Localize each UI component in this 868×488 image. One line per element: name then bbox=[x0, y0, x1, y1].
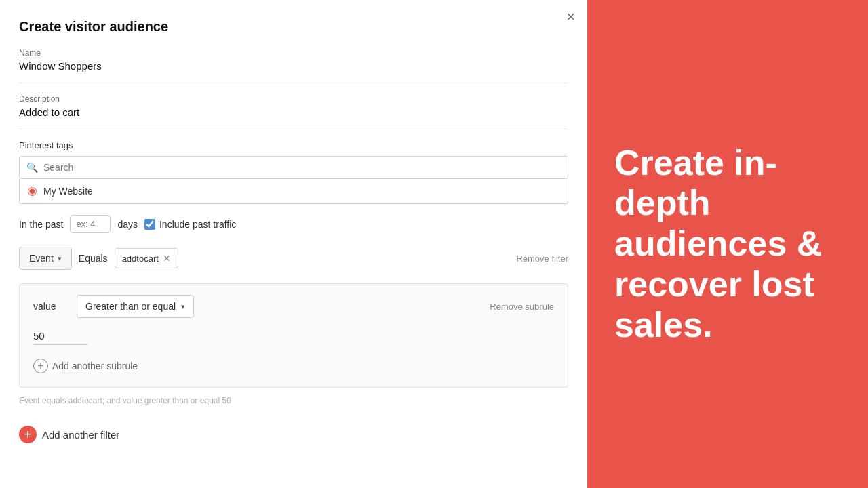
tag-option-label: My Website bbox=[43, 186, 93, 197]
tag-chip-remove-icon[interactable]: ✕ bbox=[163, 253, 171, 264]
search-icon: 🔍 bbox=[26, 162, 38, 173]
tag-chip: addtocart ✕ bbox=[115, 248, 178, 268]
include-past-label[interactable]: Include past traffic bbox=[144, 219, 236, 230]
pinterest-tags-label: Pinterest tags bbox=[19, 140, 568, 150]
remove-filter-button[interactable]: Remove filter bbox=[516, 253, 568, 264]
subrule-value-input[interactable] bbox=[33, 327, 87, 345]
chevron-down-icon: ▾ bbox=[58, 254, 62, 263]
condition-label: Greater than or equal bbox=[85, 301, 176, 312]
days-suffix: days bbox=[117, 219, 138, 230]
tag-option-my-website[interactable]: My Website bbox=[20, 179, 568, 203]
condition-dropdown[interactable]: Greater than or equal ▾ bbox=[77, 295, 194, 318]
name-field-block: Name Window Shoppers bbox=[19, 48, 568, 72]
add-subrule-button[interactable]: + Add another subrule bbox=[33, 359, 138, 373]
remove-subrule-button[interactable]: Remove subrule bbox=[490, 302, 554, 312]
name-value: Window Shoppers bbox=[19, 60, 568, 72]
filter-row: Event ▾ Equals addtocart ✕ Remove filter bbox=[19, 247, 568, 270]
condition-chevron-icon: ▾ bbox=[181, 302, 185, 311]
add-filter-label: Add another filter bbox=[42, 429, 119, 441]
add-subrule-label: Add another subrule bbox=[52, 361, 138, 371]
modal-panel: × Create visitor audience Name Window Sh… bbox=[0, 0, 587, 488]
include-past-checkbox[interactable] bbox=[144, 219, 155, 230]
close-button[interactable]: × bbox=[566, 9, 575, 24]
summary-text: Event equals addtocart; and value greate… bbox=[19, 396, 568, 405]
add-subrule-icon: + bbox=[33, 359, 48, 373]
tag-search-box: 🔍 bbox=[19, 156, 568, 179]
add-filter-icon: + bbox=[19, 426, 37, 443]
sidebar-text: Create in-depth audiences & recover lost… bbox=[614, 143, 841, 346]
event-label: Event bbox=[29, 253, 54, 264]
description-value: Added to cart bbox=[19, 106, 568, 118]
subrule-section: value Greater than or equal ▾ Remove sub… bbox=[19, 283, 568, 388]
tag-chip-value: addtocart bbox=[122, 253, 159, 264]
subrule-condition-row: value Greater than or equal ▾ Remove sub… bbox=[33, 295, 554, 318]
modal-title: Create visitor audience bbox=[19, 19, 568, 35]
past-row: In the past days Include past traffic bbox=[19, 215, 568, 233]
days-input[interactable] bbox=[70, 215, 111, 233]
add-filter-button[interactable]: + Add another filter bbox=[19, 419, 119, 450]
search-input[interactable] bbox=[43, 162, 561, 173]
divider-1 bbox=[19, 83, 568, 83]
include-past-text: Include past traffic bbox=[159, 219, 236, 230]
tag-radio[interactable] bbox=[28, 187, 37, 196]
past-label: In the past bbox=[19, 219, 63, 230]
name-label: Name bbox=[19, 48, 568, 58]
subrule-value-label: value bbox=[33, 301, 67, 312]
description-label: Description bbox=[19, 94, 568, 104]
equals-label: Equals bbox=[79, 253, 108, 264]
event-button[interactable]: Event ▾ bbox=[19, 247, 72, 270]
tags-dropdown: My Website bbox=[19, 179, 568, 204]
sidebar-panel: Create in-depth audiences & recover lost… bbox=[587, 0, 868, 488]
description-field-block: Description Added to cart bbox=[19, 94, 568, 118]
divider-2 bbox=[19, 129, 568, 129]
